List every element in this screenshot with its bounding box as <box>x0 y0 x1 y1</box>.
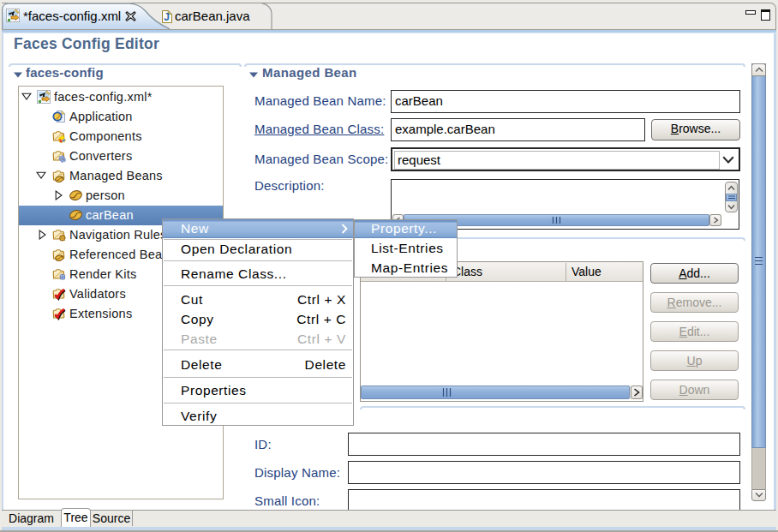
svg-text:J: J <box>164 11 170 23</box>
